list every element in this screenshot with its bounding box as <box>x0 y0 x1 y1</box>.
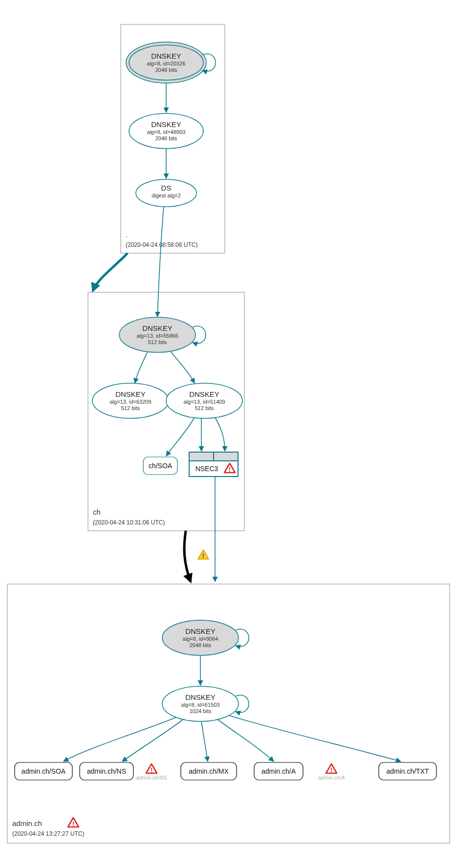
node-root-ksk[interactable]: DNSKEY alg=8, id=20326 2048 bits <box>126 42 206 83</box>
svg-text:DNSKEY: DNSKEY <box>185 627 216 635</box>
edge-ch-ksk-zsk1 <box>135 352 148 383</box>
node-admin-zsk[interactable]: DNSKEY alg=8, id=61503 1024 bits <box>162 686 239 721</box>
zone-admin-label: admin.ch <box>12 819 42 827</box>
node-admin-mx[interactable]: admin.ch/MX <box>181 762 237 780</box>
svg-text:alg=13, id=51409: alg=13, id=51409 <box>183 399 225 405</box>
node-root-zsk[interactable]: DNSKEY alg=8, id=48903 2048 bits <box>129 113 203 149</box>
svg-text:2048 bits: 2048 bits <box>190 642 212 648</box>
edge-ds-to-ch-ksk <box>157 207 164 317</box>
svg-text:NSEC3: NSEC3 <box>195 465 218 473</box>
zone-admin-ts: (2020-04-24 13:27:27 UTC) <box>12 830 84 837</box>
zone-ch-ts: (2020-04-24 10:31:06 UTC) <box>93 519 165 526</box>
svg-text:admin.ch/NS: admin.ch/NS <box>136 775 168 781</box>
edge-ch-to-admin-deleg <box>184 531 191 582</box>
svg-text:DS: DS <box>161 184 172 192</box>
node-admin-a-error[interactable]: admin.ch/A <box>318 764 345 781</box>
edge-admin-zsk-soa <box>64 717 176 761</box>
error-icon <box>326 764 337 774</box>
svg-text:DNSKEY: DNSKEY <box>142 324 173 332</box>
edge-admin-zsk-ns <box>122 719 183 761</box>
warning-icon <box>198 550 209 560</box>
svg-text:alg=13, id=55966: alg=13, id=55966 <box>136 333 178 339</box>
node-ch-ksk[interactable]: DNSKEY alg=13, id=55966 512 bits <box>119 317 195 352</box>
zone-root-ts: (2020-04-24 08:58:06 UTC) <box>126 241 197 248</box>
node-root-ds[interactable]: DS digest alg=2 <box>136 179 196 207</box>
node-ch-zsk2[interactable]: DNSKEY alg=13, id=51409 512 bits <box>166 383 242 418</box>
svg-text:512 bits: 512 bits <box>121 405 140 411</box>
svg-text:DNSKEY: DNSKEY <box>151 120 181 129</box>
error-icon <box>68 818 79 827</box>
svg-text:alg=13, id=63209: alg=13, id=63209 <box>109 399 151 405</box>
zone-ch-label: ch <box>93 508 101 516</box>
svg-text:admin.ch/TXT: admin.ch/TXT <box>386 767 429 775</box>
svg-text:admin.ch/MX: admin.ch/MX <box>189 767 229 775</box>
svg-text:1024 bits: 1024 bits <box>190 708 212 714</box>
edge-root-to-ch-deleg <box>93 253 128 291</box>
node-admin-ns[interactable]: admin.ch/NS <box>80 762 133 780</box>
svg-text:alg=8, id=9064: alg=8, id=9064 <box>183 636 218 642</box>
node-ch-zsk1[interactable]: DNSKEY alg=13, id=63209 512 bits <box>92 383 169 418</box>
svg-text:DNSKEY: DNSKEY <box>115 390 146 398</box>
edge-ch-zsk2-soa <box>166 417 195 456</box>
svg-text:DNSKEY: DNSKEY <box>189 390 219 398</box>
zone-root-label: . <box>126 230 128 239</box>
svg-text:alg=8, id=20326: alg=8, id=20326 <box>147 61 186 66</box>
svg-text:admin.ch/A: admin.ch/A <box>318 775 345 781</box>
zone-admin: admin.ch (2020-04-24 13:27:27 UTC) DNSKE… <box>7 584 450 843</box>
edge-admin-zsk-mx <box>201 721 208 761</box>
svg-text:2048 bits: 2048 bits <box>155 67 177 73</box>
svg-text:alg=8, id=48903: alg=8, id=48903 <box>147 129 186 135</box>
dnssec-graph: ! ! . (2020-04-24 08:58:06 UTC) DNSKEY a… <box>0 0 456 868</box>
svg-text:alg=8, id=61503: alg=8, id=61503 <box>181 702 220 708</box>
node-admin-txt[interactable]: admin.ch/TXT <box>379 762 436 780</box>
svg-text:DNSKEY: DNSKEY <box>185 693 216 701</box>
node-ch-nsec3[interactable]: NSEC3 <box>189 452 238 477</box>
node-admin-soa[interactable]: admin.ch/SOA <box>15 762 72 780</box>
svg-text:digest alg=2: digest alg=2 <box>152 193 181 198</box>
svg-text:DNSKEY: DNSKEY <box>151 52 181 60</box>
svg-text:admin.ch/A: admin.ch/A <box>261 767 296 775</box>
zone-root: . (2020-04-24 08:58:06 UTC) DNSKEY alg=8… <box>121 24 225 253</box>
svg-text:2048 bits: 2048 bits <box>155 135 177 141</box>
node-ch-soa[interactable]: ch/SOA <box>143 457 177 475</box>
node-admin-a[interactable]: admin.ch/A <box>254 762 303 780</box>
svg-text:512 bits: 512 bits <box>148 339 167 345</box>
node-admin-ksk[interactable]: DNSKEY alg=8, id=9064 2048 bits <box>162 620 239 655</box>
edge-admin-zsk-txt <box>229 716 401 761</box>
edge-ch-ksk-zsk2 <box>170 351 195 383</box>
error-icon <box>146 764 157 774</box>
zone-ch: ch (2020-04-24 10:31:06 UTC) DNSKEY alg=… <box>88 292 244 531</box>
svg-rect-31 <box>189 452 214 461</box>
svg-text:ch/SOA: ch/SOA <box>149 462 173 470</box>
svg-text:admin.ch/SOA: admin.ch/SOA <box>22 767 66 775</box>
node-admin-ns-error[interactable]: admin.ch/NS <box>136 764 168 781</box>
svg-text:512 bits: 512 bits <box>195 405 214 411</box>
svg-text:admin.ch/NS: admin.ch/NS <box>87 767 126 775</box>
edge-ch-zsk2-nsec3b <box>215 417 225 451</box>
